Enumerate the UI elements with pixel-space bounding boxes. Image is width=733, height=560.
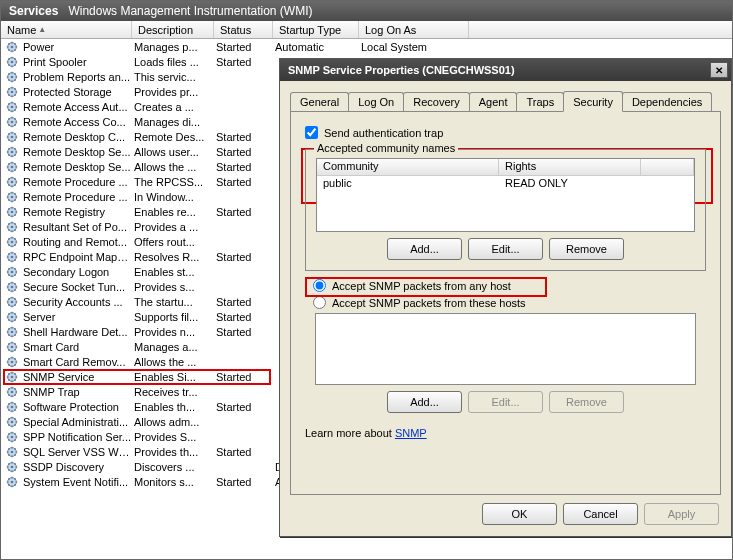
community-edit-button[interactable]: Edit... [468, 238, 543, 260]
svg-point-37 [11, 315, 14, 318]
tab-agent[interactable]: Agent [469, 92, 518, 111]
service-status: Started [214, 56, 273, 68]
community-group-label: Accepted community names [314, 142, 458, 154]
learn-more-prefix: Learn more about [305, 427, 395, 439]
service-gear-icon [5, 460, 19, 474]
service-name: RPC Endpoint Mapper [23, 251, 132, 263]
service-desc: Provides pr... [132, 86, 214, 98]
community-listview[interactable]: Community Rights public READ ONLY [316, 158, 695, 232]
service-gear-icon [5, 115, 19, 129]
service-gear-icon [5, 190, 19, 204]
tab-traps[interactable]: Traps [516, 92, 564, 111]
hosts-edit-button: Edit... [468, 391, 543, 413]
hosts-remove-button: Remove [549, 391, 624, 413]
tab-dependencies[interactable]: Dependencies [622, 92, 712, 111]
col-rights[interactable]: Rights [499, 159, 641, 175]
service-startup: Automatic [273, 41, 359, 53]
close-button[interactable]: ✕ [710, 62, 728, 78]
radio-these-hosts[interactable] [313, 296, 326, 309]
tab-security[interactable]: Security [563, 91, 623, 112]
hosts-add-button[interactable]: Add... [387, 391, 462, 413]
service-name: Resultant Set of Po... [23, 221, 132, 233]
window-titlebar: Services Windows Management Instrumentat… [1, 1, 732, 21]
hosts-listbox[interactable] [315, 313, 696, 385]
service-gear-icon [5, 370, 19, 384]
apply-button: Apply [644, 503, 719, 525]
tab-security-panel: Send authentication trap Accepted commun… [290, 111, 721, 495]
service-desc: Manages p... [132, 41, 214, 53]
col-community[interactable]: Community [317, 159, 499, 175]
service-name: Remote Desktop C... [23, 131, 132, 143]
svg-point-35 [11, 300, 14, 303]
service-desc: Allows adm... [132, 416, 214, 428]
service-gear-icon [5, 310, 19, 324]
service-gear-icon [5, 475, 19, 489]
service-gear-icon [5, 100, 19, 114]
service-row[interactable]: PowerManages p...StartedAutomaticLocal S… [1, 39, 732, 54]
service-status: Started [214, 131, 273, 143]
column-status[interactable]: Status [214, 21, 273, 38]
service-desc: Allows the ... [132, 356, 214, 368]
svg-point-13 [11, 135, 14, 138]
learn-more-row: Learn more about SNMP [305, 427, 706, 439]
svg-point-11 [11, 120, 14, 123]
community-remove-button[interactable]: Remove [549, 238, 624, 260]
services-grid-header: Name ▲ Description Status Startup Type L… [1, 21, 732, 39]
svg-point-7 [11, 90, 14, 93]
service-desc: Loads files ... [132, 56, 214, 68]
service-name: Routing and Remot... [23, 236, 132, 248]
tab-general[interactable]: General [290, 92, 349, 111]
service-status: Started [214, 251, 273, 263]
column-startup-type[interactable]: Startup Type [273, 21, 359, 38]
svg-point-5 [11, 75, 14, 78]
service-desc: Provides th... [132, 446, 214, 458]
svg-point-25 [11, 225, 14, 228]
service-name: Server [23, 311, 132, 323]
svg-point-55 [11, 450, 14, 453]
community-add-button[interactable]: Add... [387, 238, 462, 260]
service-gear-icon [5, 340, 19, 354]
svg-point-23 [11, 210, 14, 213]
dialog-button-row: OK Cancel Apply [280, 503, 731, 535]
service-desc: Enables re... [132, 206, 214, 218]
service-gear-icon [5, 205, 19, 219]
column-description[interactable]: Description [132, 21, 214, 38]
service-desc: Enables th... [132, 401, 214, 413]
titlebar-title: Services [9, 4, 58, 18]
service-status: Started [214, 446, 273, 458]
service-gear-icon [5, 55, 19, 69]
svg-point-29 [11, 255, 14, 258]
column-name[interactable]: Name ▲ [1, 21, 132, 38]
service-gear-icon [5, 85, 19, 99]
ok-button[interactable]: OK [482, 503, 557, 525]
service-name: Remote Access Co... [23, 116, 132, 128]
service-name: Protected Storage [23, 86, 132, 98]
service-desc: Offers rout... [132, 236, 214, 248]
svg-point-17 [11, 165, 14, 168]
cancel-button[interactable]: Cancel [563, 503, 638, 525]
svg-point-31 [11, 270, 14, 273]
radio-any-host[interactable] [313, 279, 326, 292]
svg-point-27 [11, 240, 14, 243]
radio-these-label: Accept SNMP packets from these hosts [332, 297, 526, 309]
column-logon-as[interactable]: Log On As [359, 21, 469, 38]
community-row[interactable]: public READ ONLY [317, 176, 694, 190]
service-status: Started [214, 296, 273, 308]
service-name: SNMP Service [23, 371, 132, 383]
service-gear-icon [5, 235, 19, 249]
tab-recovery[interactable]: Recovery [403, 92, 469, 111]
snmp-link[interactable]: SNMP [395, 427, 427, 439]
tab-logon[interactable]: Log On [348, 92, 404, 111]
service-gear-icon [5, 325, 19, 339]
send-auth-trap-label: Send authentication trap [324, 127, 443, 139]
send-auth-trap-checkbox[interactable] [305, 126, 318, 139]
service-name: SSDP Discovery [23, 461, 132, 473]
service-desc: Provides n... [132, 326, 214, 338]
service-desc: Receives tr... [132, 386, 214, 398]
sort-asc-icon: ▲ [38, 25, 46, 34]
service-gear-icon [5, 280, 19, 294]
service-name: Remote Procedure ... [23, 176, 132, 188]
service-gear-icon [5, 160, 19, 174]
svg-point-47 [11, 390, 14, 393]
service-name: Security Accounts ... [23, 296, 132, 308]
